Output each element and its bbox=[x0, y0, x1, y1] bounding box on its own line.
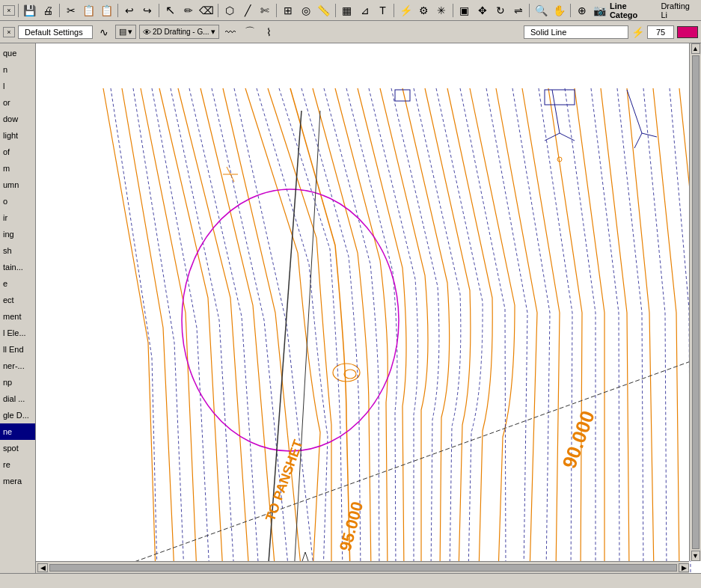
svg-rect-0 bbox=[36, 43, 701, 573]
sidebar-item-end[interactable]: ll End bbox=[0, 341, 35, 358]
sidebar-item-umn[interactable]: umn bbox=[0, 177, 35, 193]
pan-tool[interactable]: ✋ bbox=[551, 2, 567, 19]
sep7 bbox=[335, 4, 336, 17]
pencil-tool[interactable]: ✏ bbox=[180, 2, 197, 19]
sidebar-item-m[interactable]: m bbox=[0, 160, 35, 177]
inner-close-btn[interactable]: × bbox=[3, 27, 15, 37]
scroll-thumb-h[interactable] bbox=[49, 564, 677, 572]
scroll-left-btn[interactable]: ◀ bbox=[37, 563, 48, 572]
window-controls: × bbox=[3, 5, 15, 16]
layers-tool[interactable]: ⚡ bbox=[397, 2, 414, 19]
sidebar: que n l or dow light of m umn o ir ing s… bbox=[0, 43, 36, 573]
properties-tool[interactable]: ⚙ bbox=[415, 2, 432, 19]
sidebar-item-of[interactable]: of bbox=[0, 144, 35, 160]
scrollbar-horizontal[interactable]: ◀ ▶ bbox=[36, 561, 689, 573]
sidebar-item-ect[interactable]: ect bbox=[0, 292, 35, 308]
scrollbar-vertical[interactable]: ▲ ▼ bbox=[689, 43, 701, 561]
sep8 bbox=[394, 4, 394, 17]
polygon-tool[interactable]: ⬡ bbox=[221, 2, 238, 19]
line-weight-icon: ⚡ bbox=[631, 26, 644, 38]
measure-tool[interactable]: 📏 bbox=[316, 2, 332, 19]
scroll-up-btn[interactable]: ▲ bbox=[691, 43, 700, 54]
view-dropdown-arrow: ▾ bbox=[211, 27, 215, 37]
text-tool[interactable]: T bbox=[375, 2, 391, 19]
hatch-tool[interactable]: ▦ bbox=[339, 2, 355, 19]
sidebar-item-or[interactable]: or bbox=[0, 94, 35, 111]
redo-button[interactable]: ↪ bbox=[139, 2, 156, 19]
sidebar-item-tain[interactable]: tain... bbox=[0, 259, 35, 275]
sep5 bbox=[218, 4, 218, 17]
scroll-down-btn[interactable]: ▼ bbox=[691, 551, 700, 561]
sidebar-item-light[interactable]: light bbox=[0, 127, 35, 144]
sidebar-item-ir[interactable]: ir bbox=[0, 209, 35, 226]
sep9 bbox=[453, 4, 453, 17]
camera-tool[interactable]: 📷 bbox=[592, 2, 608, 19]
sidebar-item-dial[interactable]: dial ... bbox=[0, 391, 35, 407]
sidebar-item-np[interactable]: np bbox=[0, 374, 35, 391]
settings-label: Default Settings bbox=[18, 25, 93, 39]
sidebar-item-ne[interactable]: ne bbox=[0, 423, 35, 440]
save-button[interactable]: 💾 bbox=[22, 2, 38, 19]
eraser-tool[interactable]: ⌫ bbox=[198, 2, 215, 19]
sidebar-item-re[interactable]: re bbox=[0, 456, 35, 473]
pattern-dropdown[interactable]: ▤ ▾ bbox=[115, 25, 136, 39]
grid-tool[interactable]: ⊞ bbox=[280, 2, 296, 19]
dimension-tool[interactable]: ⊿ bbox=[357, 2, 373, 19]
sep4 bbox=[159, 4, 159, 17]
arc-tool[interactable]: ⌒ bbox=[242, 24, 258, 40]
sep3 bbox=[117, 4, 118, 17]
copy-button[interactable]: 📋 bbox=[81, 2, 97, 19]
sidebar-item-l[interactable]: l bbox=[0, 78, 35, 94]
sidebar-item-que[interactable]: que bbox=[0, 45, 35, 61]
sidebar-item-n[interactable]: n bbox=[0, 61, 35, 78]
sep2 bbox=[59, 4, 60, 17]
sidebar-item-ing[interactable]: ing bbox=[0, 226, 35, 242]
cut-button[interactable]: ✂ bbox=[63, 2, 79, 19]
pattern-icon: ▤ bbox=[119, 27, 126, 37]
trim-tool[interactable]: ✄ bbox=[257, 2, 273, 19]
rotate-tool[interactable]: ↻ bbox=[492, 2, 509, 19]
status-bar bbox=[0, 573, 701, 588]
undo-button[interactable]: ↩ bbox=[121, 2, 138, 19]
color-swatch[interactable] bbox=[677, 26, 698, 38]
view-dropdown[interactable]: 👁 2D Drafting - G... ▾ bbox=[139, 25, 219, 39]
line-category-right: Line Catego bbox=[610, 1, 657, 19]
sep1 bbox=[18, 4, 19, 17]
sidebar-item-ner[interactable]: ner-... bbox=[0, 358, 35, 374]
close-btn[interactable]: × bbox=[3, 5, 15, 16]
dropdown-arrow: ▾ bbox=[128, 27, 132, 37]
sidebar-item-e[interactable]: e bbox=[0, 275, 35, 292]
eye-icon: 👁 bbox=[143, 28, 151, 37]
scroll-right-btn[interactable]: ▶ bbox=[679, 563, 689, 572]
sep6 bbox=[276, 4, 277, 17]
explode-tool[interactable]: ✳ bbox=[433, 2, 450, 19]
sidebar-item-mera[interactable]: mera bbox=[0, 473, 35, 489]
drafting-line-right: Drafting Li bbox=[661, 1, 698, 19]
mirror-tool[interactable]: ⇌ bbox=[510, 2, 527, 19]
sidebar-item-gle[interactable]: gle D... bbox=[0, 407, 35, 423]
drafting-label: 2D Drafting - G... bbox=[153, 28, 209, 36]
print-button[interactable]: 🖨 bbox=[40, 2, 56, 19]
polyline-tool[interactable]: ╱ bbox=[239, 2, 256, 19]
line-controls: Solid Line ⚡ 75 bbox=[524, 25, 698, 39]
spline-tool[interactable]: ⌇ bbox=[261, 24, 278, 40]
extra-tool[interactable]: ⊕ bbox=[574, 2, 590, 19]
select-tool[interactable]: ↖ bbox=[162, 2, 179, 19]
block-tool[interactable]: ▣ bbox=[456, 2, 473, 19]
line-weight-field[interactable]: 75 bbox=[647, 25, 674, 39]
sidebar-item-ele[interactable]: l Ele... bbox=[0, 325, 35, 341]
sidebar-item-sh[interactable]: sh bbox=[0, 242, 35, 259]
scroll-thumb-v[interactable] bbox=[692, 55, 700, 549]
wave-tool[interactable]: 〰 bbox=[222, 24, 239, 40]
zoom-tool[interactable]: 🔍 bbox=[533, 2, 549, 19]
sidebar-item-o[interactable]: o bbox=[0, 193, 35, 209]
canvas-area[interactable]: TO PANSHET 95.000 90.000 85.0 bbox=[36, 43, 701, 573]
sidebar-item-ment[interactable]: ment bbox=[0, 308, 35, 325]
sidebar-item-spot[interactable]: spot bbox=[0, 440, 35, 456]
snap-tool[interactable]: ◎ bbox=[298, 2, 314, 19]
sidebar-item-dow[interactable]: dow bbox=[0, 111, 35, 127]
move-tool[interactable]: ✥ bbox=[474, 2, 491, 19]
paste-button[interactable]: 📋 bbox=[98, 2, 114, 19]
curve-tool[interactable]: ∿ bbox=[96, 24, 112, 40]
line-type-dropdown[interactable]: Solid Line bbox=[524, 25, 628, 39]
